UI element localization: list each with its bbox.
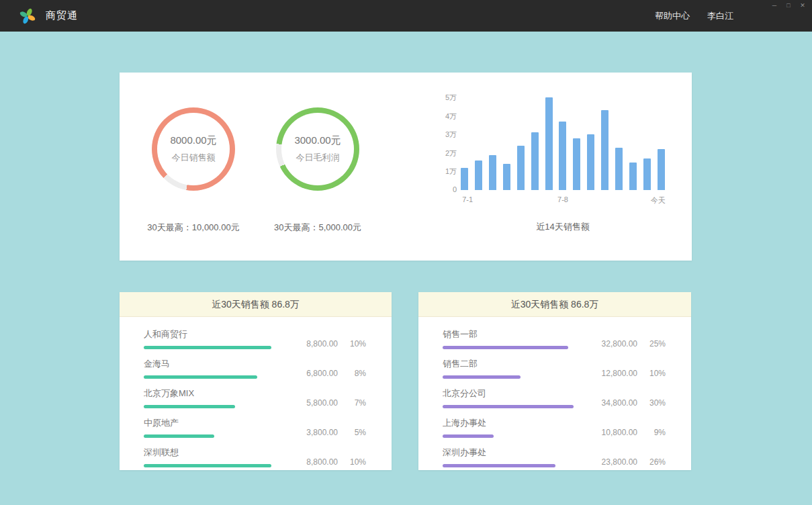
department-name: 销售一部 [443, 328, 584, 340]
amount: 8,800.00 [306, 457, 338, 467]
list-item: 上海办事处 10,800.009% [443, 417, 666, 438]
kpi-caption: 今日毛利润 [296, 152, 340, 164]
user-name-link[interactable]: 李白江 [707, 10, 733, 22]
progress-bar [443, 464, 555, 467]
amount: 10,800.00 [602, 428, 637, 437]
bar [489, 155, 496, 190]
row-values: 32,800.0025% [602, 339, 666, 349]
percent: 9% [643, 428, 666, 437]
bar [629, 163, 637, 190]
amount: 32,800.00 [602, 339, 637, 349]
bar-chart-title: 近14天销售额 [461, 221, 665, 233]
window-controls: ─ □ ✕ [770, 1, 807, 9]
percent: 5% [343, 428, 366, 437]
bar [559, 122, 566, 190]
bar [615, 148, 623, 190]
summary-panel: 8000.00元 今日销售额 30天最高：10,000.00元 3000.00元… [120, 73, 692, 261]
x-tick-label: 今天 [651, 195, 666, 205]
x-tick-label: 7-1 [462, 195, 473, 203]
department-name: 上海办事处 [443, 417, 584, 429]
list-item: 深圳联想 8,800.0010% [144, 447, 366, 467]
customer-name: 北京万象MIX [144, 387, 284, 400]
bar [587, 134, 594, 190]
list-item: 中原地产 3,800.005% [144, 417, 366, 438]
bar [503, 164, 510, 190]
x-tick-label: 7-8 [557, 195, 568, 203]
app-title: 商贸通 [46, 9, 78, 22]
percent: 8% [343, 369, 366, 378]
list-item: 人和商贸行 8,800.0010% [144, 328, 366, 349]
department-name: 深圳办事处 [443, 447, 584, 459]
amount: 23,800.00 [602, 457, 637, 467]
progress-bar [144, 375, 257, 379]
customer-name: 中原地产 [144, 417, 284, 429]
panel-title: 近30天销售额 86.8万 [120, 292, 392, 317]
percent: 10% [643, 369, 666, 378]
panel-title: 近30天销售额 86.8万 [418, 292, 691, 317]
percent: 25% [643, 339, 666, 349]
bar [475, 160, 482, 190]
list-item: 深圳办事处 23,800.0026% [443, 447, 666, 467]
bar [643, 158, 651, 190]
profit-donut-ring: 3000.00元 今日毛利润 [276, 107, 359, 191]
row-values: 34,800.0030% [602, 398, 666, 408]
row-values: 3,800.005% [306, 428, 366, 438]
kpi-value: 8000.00元 [170, 134, 216, 147]
bar [573, 138, 580, 190]
row-values: 8,800.0010% [306, 339, 366, 349]
kpi-value: 3000.00元 [294, 134, 341, 147]
y-tick-label: 3万 [408, 130, 457, 140]
row-values: 10,800.009% [602, 428, 666, 438]
list-item: 销售二部 12,800.0010% [443, 358, 666, 379]
progress-bar [443, 346, 568, 349]
percent: 10% [343, 457, 366, 467]
list-item: 北京万象MIX 5,800.007% [144, 387, 366, 408]
bar-chart-bars [461, 97, 665, 190]
kpi-caption: 今日销售额 [172, 152, 216, 164]
amount: 12,800.00 [602, 369, 637, 378]
app-logo-pinwheel-icon [19, 7, 36, 25]
list-item: 北京分公司 34,800.0030% [443, 387, 666, 408]
customer-name: 深圳联想 [144, 447, 284, 459]
bar [461, 168, 468, 190]
sales-donut-ring: 8000.00元 今日销售额 [152, 107, 235, 191]
percent: 30% [643, 398, 666, 408]
department-name: 北京分公司 [443, 387, 584, 400]
bar [517, 146, 525, 190]
bar-chart-yticks: 5万 4万 3万 2万 1万 0 [408, 97, 457, 190]
y-tick-label: 4万 [408, 111, 457, 122]
kpi-today-sales: 8000.00元 今日销售额 30天最高：10,000.00元 [126, 107, 261, 234]
kpi-today-profit: 3000.00元 今日毛利润 30天最高：5,000.00元 [251, 107, 385, 234]
bar [545, 97, 553, 190]
minimize-icon[interactable]: ─ [770, 1, 778, 9]
percent: 7% [343, 398, 366, 408]
percent: 26% [643, 457, 666, 467]
help-center-link[interactable]: 帮助中心 [655, 10, 690, 22]
row-values: 8,800.0010% [306, 457, 366, 467]
progress-bar [443, 405, 574, 408]
y-tick-label: 0 [408, 185, 457, 193]
department-sales-panel: 近30天销售额 86.8万 销售一部 32,800.0025% 销售二部 12,… [418, 292, 691, 470]
amount: 6,800.00 [306, 369, 338, 378]
percent: 10% [343, 339, 366, 349]
y-tick-label: 2万 [408, 148, 457, 158]
progress-bar [443, 434, 494, 438]
kpi-footer: 30天最高：5,000.00元 [251, 222, 385, 234]
y-tick-label: 5万 [408, 93, 457, 103]
titlebar: 商贸通 帮助中心 李白江 ─ □ ✕ [0, 0, 812, 32]
close-icon[interactable]: ✕ [799, 1, 807, 9]
customer-name: 人和商贸行 [144, 328, 284, 340]
amount: 34,800.00 [602, 398, 637, 408]
row-values: 6,800.008% [306, 369, 366, 379]
row-values: 5,800.007% [306, 398, 366, 408]
department-name: 销售二部 [443, 358, 584, 370]
progress-bar [144, 464, 271, 467]
maximize-icon[interactable]: □ [784, 1, 793, 9]
progress-bar [443, 375, 521, 379]
customer-sales-panel: 近30天销售额 86.8万 人和商贸行 8,800.0010% 金海马 6,80… [120, 292, 392, 470]
bar [531, 132, 539, 190]
bar [601, 110, 608, 190]
list-item: 金海马 6,800.008% [144, 358, 366, 379]
progress-bar [144, 434, 214, 438]
amount: 3,800.00 [306, 428, 338, 437]
